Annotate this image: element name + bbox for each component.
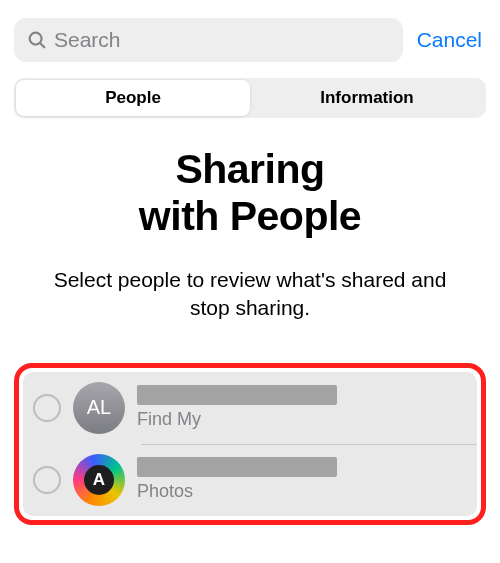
segment-control: People Information [14,78,486,118]
svg-line-1 [40,43,44,47]
people-list: AL Find My A Photos [23,372,477,516]
avatar-initial: A [84,465,114,495]
tab-information[interactable]: Information [250,80,484,116]
tab-people[interactable]: People [16,80,250,116]
search-icon [26,29,48,51]
app-label: Find My [137,409,463,430]
person-name-redacted [137,457,337,477]
select-radio[interactable] [33,394,61,422]
app-label: Photos [137,481,463,502]
page-title: Sharing with People [0,128,500,248]
avatar: A [73,454,125,506]
highlight-frame: AL Find My A Photos [14,363,486,525]
title-line1: Sharing [175,146,324,192]
list-item[interactable]: AL Find My [23,372,477,444]
select-radio[interactable] [33,466,61,494]
page-subtitle: Select people to review what's shared an… [0,248,500,321]
cancel-button[interactable]: Cancel [413,28,486,52]
list-item[interactable]: A Photos [23,444,477,516]
person-name-redacted [137,385,337,405]
title-line2: with People [139,193,361,239]
search-input[interactable] [54,28,391,52]
avatar: AL [73,382,125,434]
search-box[interactable] [14,18,403,62]
